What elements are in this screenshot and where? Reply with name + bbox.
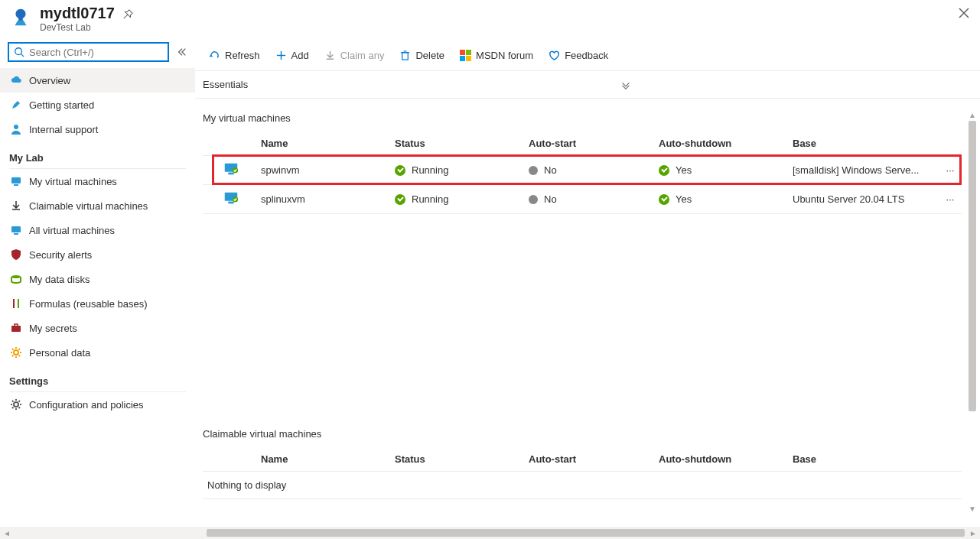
svg-point-2 [15,48,22,55]
sidebar-item-personal[interactable]: Personal data [0,340,195,365]
toolbar-label: Claim any [340,50,385,61]
heart-icon [549,50,560,61]
sidebar-item-config[interactable]: Configuration and policies [0,392,195,417]
vm-icon [9,224,23,236]
search-input-wrap[interactable] [8,42,169,62]
scroll-down-icon[interactable]: ▼ [969,505,976,513]
page-title: mydtl0717 [40,5,115,22]
my-vms-table: Name Status Auto-start Auto-shutdown Bas… [203,132,962,214]
cell-base: Ubuntu Server 20.04 LTS [788,185,939,214]
sidebar-item-label: Formulas (reusable bases) [29,298,148,310]
sidebar-item-internal-support[interactable]: Internal support [0,117,195,141]
cell-autostart: No [524,156,654,185]
scroll-right-icon[interactable]: ► [966,529,980,537]
toolbar-label: MSDN forum [476,50,533,61]
my-vms-title: My virtual machines [203,112,962,124]
sidebar-item-label: Configuration and policies [29,399,144,411]
refresh-button[interactable]: Refresh [203,44,266,68]
col-autoshutdown[interactable]: Auto-shutdown [654,132,788,156]
chevron-down-icon [620,80,631,90]
sidebar-item-secrets[interactable]: My secrets [0,316,195,340]
col-base[interactable]: Base [788,132,939,156]
add-button[interactable]: Add [269,44,315,68]
sidebar-item-security[interactable]: Security alerts [0,242,195,267]
svg-point-14 [14,350,18,355]
sidebar-item-label: All virtual machines [29,225,115,236]
sidebar-item-getting-started[interactable]: Getting started [0,93,195,117]
svg-rect-22 [228,173,233,175]
col-autostart[interactable]: Auto-start [524,132,654,156]
sidebar-item-overview[interactable]: Overview [0,68,195,93]
col-status[interactable]: Status [390,132,524,156]
collapse-sidebar-icon[interactable] [177,47,187,57]
essentials-label: Essentials [203,79,248,90]
scroll-left-icon[interactable]: ◄ [0,529,14,537]
sidebar-item-claimable[interactable]: Claimable virtual machines [0,193,195,218]
vertical-scrollbar[interactable]: ▲ ▼ [966,111,978,513]
close-icon[interactable] [959,8,969,18]
delete-button[interactable]: Delete [393,44,451,68]
col-status[interactable]: Status [390,447,524,472]
sidebar-item-all-vms[interactable]: All virtual machines [0,218,195,242]
cell-base: [smalldisk] Windows Serve... [788,156,939,185]
scroll-thumb[interactable] [207,529,965,537]
scroll-thumb[interactable] [969,121,976,411]
row-more-button[interactable]: ··· [939,156,962,185]
col-name[interactable]: Name [256,447,390,472]
msdn-icon [460,50,471,61]
search-input[interactable] [28,46,163,59]
plus-icon [275,50,287,61]
essentials-toggle[interactable]: Essentials [195,71,980,99]
page-subtitle: DevTest Lab [40,22,115,33]
cell-status: Running [390,185,524,214]
sidebar-item-my-vms[interactable]: My virtual machines [0,169,195,193]
sidebar-group-mylab: My Lab [0,141,195,167]
col-autoshutdown[interactable]: Auto-shutdown [654,447,788,472]
svg-rect-13 [15,324,18,326]
trash-icon [399,50,411,61]
claim-icon [324,50,336,61]
sidebar-group-settings: Settings [0,365,195,390]
claim-any-button: Claim any [318,44,391,68]
svg-rect-25 [228,202,233,204]
gear-icon [9,398,23,411]
row-more-button[interactable]: ··· [939,185,962,214]
cell-autostart: No [524,185,654,214]
col-autostart[interactable]: Auto-start [524,447,654,472]
cell-name: splinuxvm [256,185,390,214]
svg-rect-11 [18,299,19,308]
toolbar-label: Add [291,50,309,61]
cell-status: Running [390,156,524,185]
svg-rect-6 [14,184,18,186]
col-base[interactable]: Base [788,447,939,472]
download-icon [9,200,23,212]
lab-icon [8,5,34,31]
toolbar-label: Feedback [565,50,608,61]
blade-header: mydtl0717 DevTest Lab [0,0,980,41]
feedback-button[interactable]: Feedback [542,44,614,68]
svg-rect-7 [11,226,21,232]
col-name[interactable]: Name [256,132,390,156]
cloud-icon [9,74,23,86]
sidebar-item-disks[interactable]: My data disks [0,267,195,291]
msdn-button[interactable]: MSDN forum [454,44,539,68]
vm-icon [9,175,23,187]
svg-rect-18 [402,53,409,60]
claimable-empty: Nothing to display [203,472,962,499]
table-row[interactable]: spwinvmRunningNoYes[smalldisk] Windows S… [203,156,962,185]
sidebar-item-label: Internal support [29,124,98,135]
claimable-table: Name Status Auto-start Auto-shutdown Bas… [203,447,962,472]
svg-line-3 [21,54,24,57]
table-row[interactable]: splinuxvmRunningNoYesUbuntu Server 20.04… [203,185,962,214]
horizontal-scrollbar[interactable]: ◄ ► [0,527,980,539]
sidebar-item-formulas[interactable]: Formulas (reusable bases) [0,291,195,316]
pin-icon[interactable] [122,9,133,20]
toolbar: Refresh Add Claim any [195,41,980,71]
scroll-up-icon[interactable]: ▲ [969,111,976,119]
toolbar-label: Refresh [225,50,260,61]
cell-name: spwinvm [256,156,390,185]
vm-icon [223,190,239,206]
refresh-icon [209,50,220,61]
disk-icon [9,273,23,285]
svg-point-15 [14,402,18,407]
